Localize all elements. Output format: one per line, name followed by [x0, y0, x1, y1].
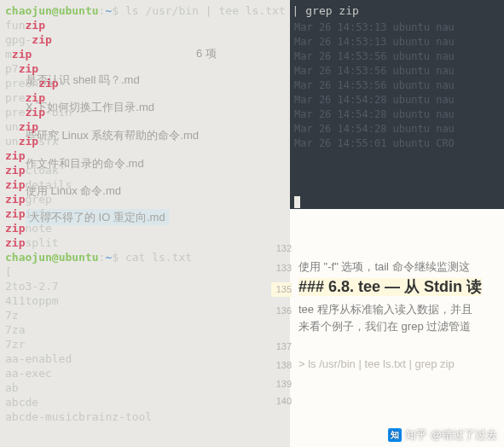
output-line: gpg-zip — [5, 32, 499, 47]
output-line: 7zr — [5, 337, 499, 351]
output-line: zipdetails — [5, 177, 499, 192]
prompt-user: chaojun — [5, 4, 52, 17]
output-line: aa-exec — [5, 366, 499, 380]
watermark-text: 知乎 @错过了过去 — [405, 427, 497, 442]
output-line: prezip-bin — [5, 105, 499, 119]
prompt-host: ubuntu — [59, 4, 99, 17]
output-line: 7za — [5, 322, 499, 337]
output-line: preunzip — [5, 76, 499, 90]
output-line: prezip — [5, 90, 499, 105]
zhihu-logo-icon: 知 — [388, 428, 402, 442]
watermark: 知 知乎 @错过了过去 — [388, 427, 497, 442]
prompt-symbol: $ — [112, 4, 119, 17]
prompt-user: chaojun — [5, 251, 52, 264]
output-line: zipgrep — [5, 192, 499, 206]
output-line: unzip — [5, 119, 499, 134]
output-line: abcde — [5, 395, 499, 409]
output-line: [ — [5, 264, 499, 279]
output-line: aa-enabled — [5, 351, 499, 366]
output-line: funzip — [5, 18, 499, 32]
output-line: mzip — [5, 47, 499, 61]
prompt-host: ubuntu — [59, 251, 99, 264]
output-line: abcde-musicbrainz-tool — [5, 409, 499, 424]
terminal[interactable]: chaojun@ubuntu:~$ ls /usr/bin | tee ls.t… — [0, 0, 504, 427]
output-line: zip — [5, 148, 499, 163]
output-line: zipsplit — [5, 235, 499, 250]
output-line: zipnote — [5, 221, 499, 235]
output-line: ab — [5, 380, 499, 395]
output-line: zipinfo — [5, 206, 499, 221]
prompt-line[interactable]: chaojun@ubuntu:~$ cat ls.txt — [5, 250, 499, 264]
output-line: 7z — [5, 308, 499, 322]
output-line: p7zip — [5, 61, 499, 76]
output-line: zipcloak — [5, 163, 499, 177]
command-text: cat ls.txt — [125, 251, 192, 264]
prompt-symbol: $ — [112, 251, 119, 264]
output-line: unzipsfx — [5, 134, 499, 148]
output-line: 2to3-2.7 — [5, 279, 499, 293]
prompt-line[interactable]: chaojun@ubuntu:~$ ls /usr/bin | tee ls.t… — [5, 3, 499, 18]
output-line: 411toppm — [5, 293, 499, 308]
command-text: ls /usr/bin | tee ls.txt | grep zip — [125, 4, 359, 17]
